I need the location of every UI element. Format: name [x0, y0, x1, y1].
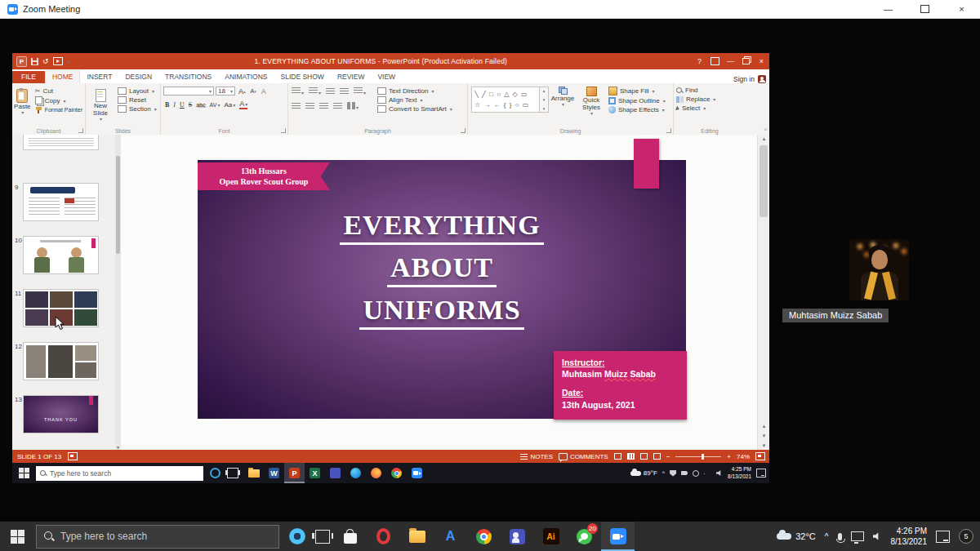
scroll-up-icon[interactable]: ▲ — [758, 136, 769, 141]
host-chrome-button[interactable] — [467, 522, 501, 551]
volume-icon[interactable] — [716, 470, 723, 477]
drawing-dialog-launcher-icon[interactable] — [666, 128, 671, 133]
slide-banner-textbox[interactable]: 13th Hussars Open Rover Scout Group — [198, 162, 330, 190]
host-task-view-button[interactable] — [315, 530, 330, 544]
start-slideshow-icon[interactable] — [53, 57, 63, 65]
align-left-icon[interactable] — [292, 103, 301, 110]
slide-info-textbox[interactable]: Instructor: Muhtasim Muizz Sabab Date: 1… — [554, 351, 687, 420]
microphone-icon[interactable] — [838, 533, 842, 540]
remote-start-button[interactable] — [19, 468, 29, 478]
host-store-button[interactable] — [333, 522, 367, 551]
defender-shield-icon[interactable] — [670, 470, 676, 477]
remote-search-box[interactable]: Type here to search — [36, 466, 203, 481]
font-name-combo[interactable]: ▾ — [163, 87, 214, 96]
maximize-button[interactable] — [906, 0, 943, 18]
remote-cortana-button[interactable] — [210, 468, 220, 478]
remote-excel-button[interactable]: X — [305, 463, 325, 483]
normal-view-button[interactable] — [614, 453, 621, 460]
host-file-explorer-button[interactable] — [400, 522, 434, 551]
shape-outline-button[interactable]: Shape Outline▾ — [606, 96, 668, 105]
slide-title-textbox[interactable]: EVERYTHING ABOUT UNIFORMS — [198, 210, 686, 337]
host-weather-widget[interactable]: 32°C — [777, 531, 816, 541]
reset-button[interactable]: Reset — [115, 96, 159, 104]
remote-weather-widget[interactable]: 89°F — [630, 469, 657, 477]
host-teams-button[interactable] — [501, 522, 534, 551]
remote-word-button[interactable]: W — [264, 463, 284, 483]
tab-design[interactable]: DESIGN — [118, 71, 158, 83]
change-case-button[interactable]: Aa▾ — [224, 101, 235, 109]
strikethrough-button[interactable]: S — [189, 101, 192, 109]
host-a-app-button[interactable]: A — [434, 522, 467, 551]
host-cortana-button[interactable] — [289, 528, 305, 544]
previous-slide-icon[interactable]: ▲ — [758, 424, 769, 429]
scroll-down-icon[interactable]: ▼ — [758, 443, 769, 448]
help-button[interactable]: ? — [692, 53, 707, 69]
slide-9-thumbnail[interactable] — [23, 183, 99, 221]
align-center-icon[interactable] — [305, 103, 314, 110]
host-opera-button[interactable] — [367, 522, 400, 551]
host-messenger-button[interactable]: 20 — [568, 522, 601, 551]
remote-clock[interactable]: 4:25 PM 8/13/2021 — [728, 466, 751, 479]
layout-button[interactable]: Layout▾ — [115, 87, 159, 96]
host-start-button[interactable] — [11, 530, 24, 544]
grow-font-button[interactable]: A▴ — [237, 87, 247, 96]
tab-review[interactable]: REVIEW — [331, 71, 372, 83]
slide-pink-accent-shape[interactable] — [634, 139, 659, 189]
align-right-icon[interactable] — [319, 103, 328, 110]
text-shadow-button[interactable]: abc — [196, 102, 205, 108]
tab-home[interactable]: HOME — [45, 70, 81, 83]
comments-toggle[interactable]: COMMENTS — [559, 453, 608, 460]
shapes-gallery[interactable]: ╲ ╱ □ ○ △ ◇ ▭ ☆ → ← { } ○ ▭ — [471, 87, 540, 113]
cut-button[interactable]: ✂Cut — [33, 87, 85, 96]
quick-styles-button[interactable]: Quick Styles ▾ — [577, 83, 606, 135]
slide-12-thumbnail[interactable] — [23, 342, 99, 380]
zoom-slider[interactable] — [675, 456, 721, 457]
hidden-icons-chevron[interactable]: ^ — [662, 470, 665, 476]
remote-file-explorer-button[interactable] — [243, 463, 264, 483]
text-direction-button[interactable]: Text Direction▾ — [375, 87, 455, 96]
zoom-in-button[interactable]: + — [727, 453, 731, 460]
slide-8-thumbnail-partial[interactable] — [23, 135, 99, 150]
host-zoom-button[interactable] — [601, 522, 635, 551]
slide-13-thumbnail[interactable]: THANK YOU — [23, 395, 99, 433]
ppt-restore-button[interactable] — [738, 53, 754, 69]
line-spacing-button[interactable]: ▾ — [354, 87, 366, 96]
clear-formatting-button[interactable]: A — [260, 87, 268, 96]
format-painter-button[interactable]: Format Painter — [33, 105, 85, 114]
underline-button[interactable]: U — [180, 101, 185, 109]
wifi-icon[interactable] — [704, 472, 706, 474]
host-search-box[interactable]: Type here to search — [36, 525, 279, 549]
new-slide-button[interactable]: New Slide ▾ — [86, 86, 115, 135]
numbering-button[interactable]: ▾ — [309, 87, 321, 96]
tab-slide-show[interactable]: SLIDE SHOW — [274, 71, 331, 83]
slide-10-thumbnail[interactable] — [23, 236, 99, 274]
replace-button[interactable]: Replace▾ — [674, 95, 746, 104]
notes-toggle[interactable]: NOTES — [520, 453, 553, 460]
host-clock[interactable]: 4:26 PM 8/13/2021 — [891, 526, 928, 547]
section-button[interactable]: Section▾ — [115, 104, 159, 113]
paste-button[interactable]: Paste ▾ — [12, 86, 33, 135]
close-button[interactable]: × — [943, 0, 980, 18]
slide-canvas[interactable]: 13th Hussars Open Rover Scout Group EVER… — [121, 135, 757, 450]
font-size-combo[interactable]: 18▾ — [216, 87, 235, 96]
align-text-button[interactable]: Align Text▾ — [375, 96, 455, 104]
clipboard-dialog-launcher-icon[interactable] — [78, 128, 83, 133]
zoom-level[interactable]: 74% — [737, 453, 750, 460]
find-button[interactable]: Find — [674, 86, 746, 95]
font-dialog-launcher-icon[interactable] — [281, 128, 286, 133]
remote-edge-button[interactable] — [345, 463, 366, 483]
host-action-center-icon[interactable] — [936, 531, 950, 543]
ribbon-display-options-button[interactable] — [707, 53, 723, 69]
justify-icon[interactable] — [333, 103, 342, 110]
bold-button[interactable]: B — [165, 101, 169, 109]
italic-button[interactable]: I — [173, 101, 176, 109]
participant-video[interactable] — [849, 239, 909, 300]
collapse-ribbon-button[interactable]: ^ — [764, 127, 767, 133]
remote-firefox-button[interactable] — [366, 463, 386, 483]
tab-transitions[interactable]: TRANSITIONS — [158, 71, 218, 83]
remote-chrome-button[interactable] — [386, 463, 407, 483]
select-button[interactable]: Select▾ — [674, 104, 746, 113]
remote-zoom-button[interactable] — [407, 463, 427, 483]
display-icon[interactable] — [851, 531, 864, 541]
shrink-font-button[interactable]: A▾ — [249, 88, 258, 94]
